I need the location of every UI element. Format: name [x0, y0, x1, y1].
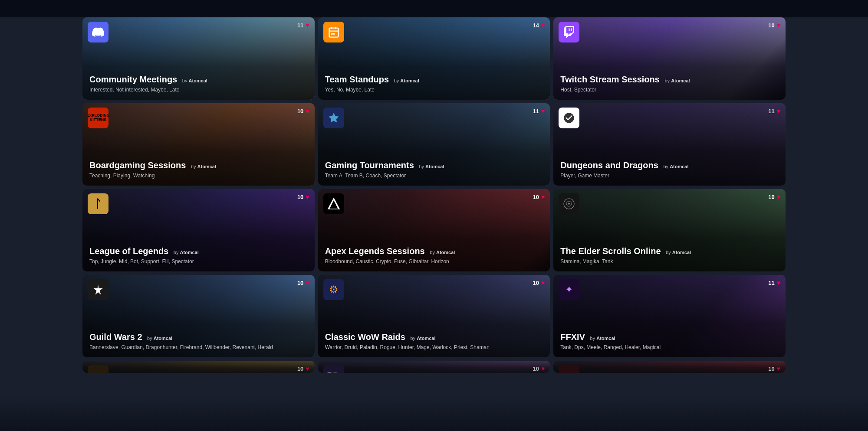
heart-icon[interactable]: ♥ [306, 108, 309, 114]
heart-count: 10 [768, 366, 774, 372]
by-name: Atomcal [672, 250, 691, 255]
card-icon-apex-legends-sessions [323, 193, 344, 214]
card-top-bottom-left: 10♥ [297, 365, 309, 372]
heart-icon[interactable]: ♥ [777, 193, 780, 200]
heart-icon[interactable]: ♥ [541, 193, 545, 200]
card-community-meetings[interactable]: 11♥Community Meetings by AtomcalInterest… [82, 17, 315, 100]
card-icon-guild-wars-2 [88, 279, 108, 300]
card-top-twitch-stream-sessions: 10♥ [768, 22, 780, 29]
heart-icon[interactable]: ♥ [306, 22, 309, 29]
heart-count: 10 [533, 280, 539, 286]
heart-count: 11 [297, 22, 303, 29]
by-label: by [590, 336, 597, 341]
by-label: by [430, 250, 436, 255]
card-top-bottom-center: 10♥ [533, 365, 545, 372]
top-bar [0, 0, 868, 17]
svg-point-12 [332, 372, 339, 373]
card-top-gaming-tournaments: 11♥ [533, 108, 545, 114]
card-tags: Interested, Not interested, Maybe, Late [89, 86, 308, 94]
svg-rect-5 [333, 33, 335, 35]
card-top-boardgaming-sessions: 10♥ [297, 108, 309, 114]
card-grid: 11♥Community Meetings by AtomcalInterest… [0, 0, 868, 390]
by-name: Atomcal [596, 336, 615, 341]
heart-icon[interactable]: ♥ [541, 108, 545, 114]
svg-rect-4 [331, 33, 333, 35]
heart-icon[interactable]: ♥ [306, 279, 309, 286]
card-icon-the-elder-scrolls-online [559, 193, 579, 214]
card-bottom-center[interactable]: 10♥ [318, 361, 550, 373]
by-name: Atomcal [188, 78, 207, 83]
card-boardgaming-sessions[interactable]: 10♥EXPLODINGKITTENSBoardgaming Sessions … [82, 103, 315, 186]
by-label: by [419, 164, 425, 169]
heart-icon[interactable]: ♥ [541, 365, 545, 372]
heart-icon[interactable]: ♥ [777, 365, 780, 372]
card-top-team-standups: 14♥ [533, 22, 545, 29]
by-name: Atomcal [425, 164, 444, 169]
card-title: Boardgaming Sessions by Atomcal [89, 160, 308, 170]
card-bottom-right[interactable]: 10♥ [553, 361, 786, 373]
card-icon-community-meetings [88, 22, 108, 42]
card-title: Classic WoW Raids by Atomcal [325, 332, 543, 342]
card-top-apex-legends-sessions: 10♥ [533, 193, 545, 200]
card-content-community-meetings: Community Meetings by AtomcalInterested,… [82, 17, 315, 100]
svg-point-11 [326, 372, 333, 373]
heart-count: 10 [297, 280, 303, 286]
card-content-gaming-tournaments: Gaming Tournaments by AtomcalTeam A, Tea… [318, 103, 550, 186]
card-guild-wars-2[interactable]: 10♥Guild Wars 2 by AtomcalBannerslave, G… [82, 275, 315, 357]
card-icon-gaming-tournaments [323, 108, 344, 128]
card-top-guild-wars-2: 10♥ [297, 279, 309, 286]
card-the-elder-scrolls-online[interactable]: 10♥The Elder Scrolls Online by AtomcalSt… [553, 189, 786, 271]
card-content-twitch-stream-sessions: Twitch Stream Sessions by AtomcalHost, S… [553, 17, 786, 100]
by-label: by [664, 78, 671, 83]
card-tags: Stamina, Magika, Tank [560, 258, 779, 265]
heart-count: 11 [768, 280, 774, 286]
by-label: by [663, 164, 670, 169]
card-icon-boardgaming-sessions: EXPLODINGKITTENS [88, 108, 108, 128]
heart-icon[interactable]: ♥ [306, 365, 309, 372]
heart-icon[interactable]: ♥ [777, 108, 780, 114]
bottom-fade [0, 396, 868, 431]
card-tags: Bloodhound, Caustic, Crypto, Fuse, Gibra… [325, 258, 543, 265]
card-team-standups[interactable]: 14♥Team Standups by AtomcalYes, No, Mayb… [318, 17, 550, 100]
svg-rect-0 [329, 28, 338, 37]
card-tags: Team A, Team B, Coach, Spectator [325, 172, 543, 180]
card-classic-wow-raids[interactable]: 10♥⚙Classic WoW Raids by AtomcalWarrior,… [318, 275, 550, 357]
card-twitch-stream-sessions[interactable]: 10♥Twitch Stream Sessions by AtomcalHost… [553, 17, 786, 100]
heart-count: 10 [533, 194, 539, 200]
card-icon-ffxiv: ✦ [559, 279, 579, 300]
heart-icon[interactable]: ♥ [777, 22, 780, 29]
heart-count: 10 [533, 366, 539, 372]
card-content-guild-wars-2: Guild Wars 2 by AtomcalBannerslave, Guar… [82, 275, 315, 357]
card-gaming-tournaments[interactable]: 11♥Gaming Tournaments by AtomcalTeam A, … [318, 103, 550, 186]
svg-point-10 [569, 203, 570, 205]
card-top-bottom-right: 10♥ [768, 365, 780, 372]
heart-icon[interactable]: ♥ [306, 193, 309, 200]
by-label: by [174, 250, 180, 255]
heart-count: 11 [533, 108, 539, 114]
card-tags: Teaching, Playing, Watching [89, 172, 308, 180]
card-apex-legends-sessions[interactable]: 10♥Apex Legends Sessions by AtomcalBlood… [318, 189, 550, 271]
card-top-league-of-legends: 10♥ [297, 193, 309, 200]
card-tags: Player, Game Master [560, 172, 779, 180]
by-name: Atomcal [180, 250, 199, 255]
heart-icon[interactable]: ♥ [541, 279, 545, 286]
card-icon-classic-wow-raids: ⚙ [323, 279, 344, 300]
by-label: by [182, 78, 189, 83]
card-content-ffxiv: FFXIV by AtomcalTank, Dps, Meele, Ranged… [553, 275, 786, 357]
heart-count: 10 [768, 22, 774, 29]
heart-count: 14 [533, 22, 539, 29]
by-label: by [147, 336, 154, 341]
heart-icon[interactable]: ♥ [777, 279, 780, 286]
card-ffxiv[interactable]: 11♥✦FFXIV by AtomcalTank, Dps, Meele, Ra… [553, 275, 786, 357]
card-top-the-elder-scrolls-online: 10♥ [768, 193, 780, 200]
card-dungeons-and-dragons[interactable]: 11♥Dungeons and Dragons by AtomcalPlayer… [553, 103, 786, 186]
by-name: Atomcal [436, 250, 455, 255]
card-league-of-legends[interactable]: 10♥ᛚLeague of Legends by AtomcalTop, Jun… [82, 189, 315, 271]
card-icon-team-standups [323, 22, 344, 42]
card-top-classic-wow-raids: 10♥ [533, 279, 545, 286]
heart-icon[interactable]: ♥ [541, 22, 545, 29]
card-bottom-left[interactable]: 10♥ [82, 361, 315, 373]
card-title: Team Standups by Atomcal [325, 74, 543, 85]
heart-count: 10 [297, 366, 303, 372]
card-icon-bottom-center [323, 365, 344, 373]
